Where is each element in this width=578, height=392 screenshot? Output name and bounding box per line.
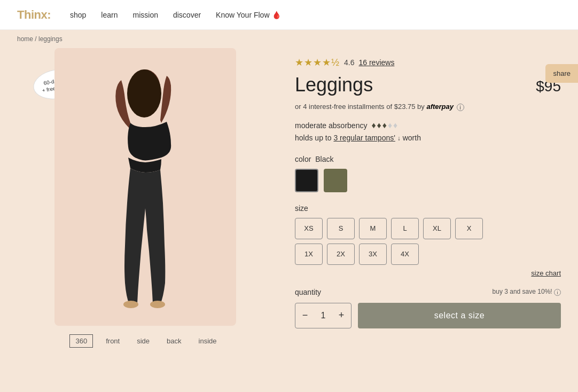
quantity-decrease-button[interactable]: −: [295, 303, 315, 328]
color-label: color: [295, 155, 311, 163]
add-to-cart-row: − 1 + select a size: [295, 303, 561, 328]
logo-dot: :: [47, 8, 51, 21]
product-title: Leggings: [295, 74, 373, 96]
color-swatch-olive[interactable]: [324, 169, 347, 192]
tampons-link[interactable]: 3 regular tampons': [333, 134, 395, 142]
drop-4: ♦: [388, 121, 392, 130]
logo[interactable]: Thinx:: [17, 8, 51, 22]
size-2x[interactable]: 2X: [327, 244, 355, 265]
tab-side[interactable]: side: [132, 335, 154, 347]
blood-drop-icon: 🩸: [272, 11, 281, 19]
afterpay-brand: afterpay: [426, 103, 454, 111]
quantity-label: quantity: [295, 288, 321, 296]
size-s[interactable]: S: [327, 218, 355, 239]
quantity-increase-button[interactable]: +: [332, 303, 351, 328]
header: Thinx: shop learn mission discover Know …: [0, 0, 578, 30]
color-options: [295, 169, 561, 192]
product-image: [54, 48, 236, 326]
nav-discover[interactable]: discover: [173, 11, 201, 19]
afterpay-info-icon[interactable]: i: [457, 104, 464, 111]
size-label: size: [295, 204, 561, 213]
tampons-suffix: worth: [403, 134, 421, 142]
tab-360[interactable]: 360: [69, 334, 93, 348]
tab-back[interactable]: back: [162, 335, 185, 347]
main-content: 60-day trial + free returns: [0, 48, 578, 392]
absorbency-drops: ♦ ♦ ♦ ♦ ♦: [371, 121, 397, 130]
afterpay-text: or 4 interest-free installments of $23.7…: [295, 103, 425, 111]
breadcrumb-text: home / leggings: [17, 35, 63, 43]
nav-mission[interactable]: mission: [133, 11, 158, 19]
svg-point-3: [150, 301, 165, 308]
svg-point-1: [127, 69, 161, 117]
drop-2: ♦: [377, 121, 381, 130]
size-options-row1: XS S M L XL X: [295, 218, 561, 239]
size-l[interactable]: L: [391, 218, 419, 239]
share-button[interactable]: share: [545, 64, 578, 83]
nav-learn[interactable]: learn: [101, 11, 118, 19]
quantity-control: − 1 +: [295, 303, 352, 328]
size-3x[interactable]: 3X: [359, 244, 387, 265]
size-xl[interactable]: XL: [423, 218, 451, 239]
size-1x[interactable]: 1X: [295, 244, 323, 265]
drop-5: ♦: [393, 121, 397, 130]
select-size-button[interactable]: select a size: [358, 303, 561, 328]
logo-text: Thinx: [17, 8, 47, 21]
size-chart-link[interactable]: size chart: [295, 269, 561, 277]
color-swatch-black[interactable]: [295, 169, 318, 192]
color-selected-value: Black: [315, 155, 333, 163]
tampons-prefix: holds up to: [295, 134, 333, 142]
size-options-row2: 1X 2X 3X 4X: [295, 244, 561, 265]
quantity-value: 1: [315, 311, 332, 320]
color-label-row: color Black: [295, 155, 561, 163]
title-price-row: Leggings $95: [295, 74, 561, 96]
save-label-text: buy 3 and save 10%!: [493, 288, 552, 295]
absorbency-row: moderate absorbency ♦ ♦ ♦ ♦ ♦: [295, 121, 561, 130]
arrow-down-icon: ↓: [397, 135, 401, 142]
rating-score: 4.6: [344, 58, 354, 67]
size-x[interactable]: X: [455, 218, 483, 239]
rating-row: ★★★★½ 4.6 16 reviews: [295, 57, 561, 68]
reviews-link[interactable]: 16 reviews: [358, 58, 394, 67]
buy3-save-label: buy 3 and save 10%! i: [493, 288, 561, 295]
model-silhouette: [87, 59, 204, 315]
breadcrumb: home / leggings: [0, 30, 578, 48]
size-xs[interactable]: XS: [295, 218, 323, 239]
tab-front[interactable]: front: [101, 335, 124, 347]
nav-know-your-flow[interactable]: Know Your Flow 🩸: [216, 11, 280, 19]
absorbency-label: moderate absorbency: [295, 121, 367, 130]
afterpay-row: or 4 interest-free installments of $23.7…: [295, 103, 561, 111]
svg-point-2: [123, 301, 138, 308]
size-4x[interactable]: 4X: [391, 244, 419, 265]
tampons-row: holds up to 3 regular tampons' ↓ worth: [295, 134, 561, 142]
main-nav: shop learn mission discover Know Your Fl…: [70, 11, 281, 19]
view-tabs: 360 front side back inside: [69, 334, 221, 348]
star-rating: ★★★★½: [295, 57, 340, 68]
product-details: ★★★★½ 4.6 16 reviews Leggings $95 or 4 i…: [295, 48, 561, 380]
quantity-section: quantity buy 3 and save 10%! i: [295, 288, 561, 296]
size-m[interactable]: M: [359, 218, 387, 239]
know-your-flow-label: Know Your Flow: [216, 11, 269, 19]
nav-shop[interactable]: shop: [70, 11, 86, 19]
product-image-section: 60-day trial + free returns: [17, 48, 274, 380]
drop-3: ♦: [382, 121, 387, 130]
tab-inside[interactable]: inside: [194, 335, 221, 347]
drop-1: ♦: [371, 121, 376, 130]
save-info-icon[interactable]: i: [554, 289, 561, 296]
